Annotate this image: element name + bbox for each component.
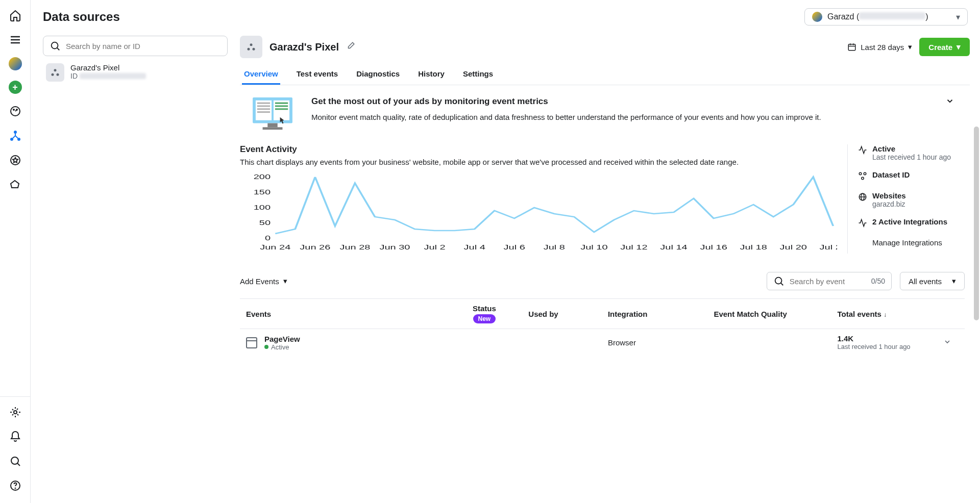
connections-icon[interactable] (8, 129, 22, 143)
svg-text:Jul 22: Jul 22 (820, 243, 837, 251)
search-icon (773, 275, 785, 287)
monitor-illustration-icon (250, 96, 295, 133)
event-search-input[interactable] (790, 277, 866, 286)
source-list-item[interactable]: Garazd's Pixel ID (43, 56, 228, 89)
tag-icon[interactable] (8, 178, 22, 192)
col-total[interactable]: Total events↓ (838, 310, 943, 318)
chevron-down-icon[interactable] (945, 96, 954, 108)
col-status: Status New (440, 304, 528, 323)
star-icon[interactable] (8, 153, 22, 167)
menu-icon[interactable] (8, 33, 22, 47)
chevron-down-icon[interactable] (943, 338, 959, 347)
svg-text:Jun 28: Jun 28 (339, 243, 370, 251)
svg-rect-33 (257, 111, 270, 113)
svg-point-4 (13, 109, 14, 110)
activity-desc: This chart displays any events from your… (240, 157, 837, 167)
col-integration: Integration (608, 310, 714, 318)
svg-point-22 (253, 48, 255, 51)
source-detail: Garazd's Pixel Last 28 days ▾ Create ▾ (240, 30, 980, 503)
browser-icon (246, 337, 257, 348)
svg-rect-34 (275, 103, 288, 104)
brand-logo-icon[interactable] (9, 57, 22, 70)
events-table: Events Status New Used by Integration Ev… (240, 298, 965, 357)
svg-rect-38 (263, 127, 283, 130)
table-row[interactable]: PageView Active Browser 1.4K Last receiv… (240, 329, 965, 357)
svg-rect-32 (257, 108, 270, 110)
account-selector[interactable]: Garazd () ▾ (804, 8, 968, 26)
col-emq: Event Match Quality (714, 310, 837, 318)
svg-line-12 (17, 463, 20, 466)
svg-point-59 (859, 172, 862, 175)
tab-settings[interactable]: Settings (461, 64, 495, 85)
help-icon[interactable] (8, 479, 22, 493)
svg-point-7 (11, 138, 13, 140)
svg-point-14 (15, 488, 15, 489)
pixel-icon (46, 63, 64, 82)
svg-line-66 (780, 283, 783, 286)
sources-search[interactable] (43, 36, 228, 56)
bell-icon[interactable] (8, 430, 22, 444)
svg-point-60 (864, 172, 866, 175)
svg-text:Jul 4: Jul 4 (464, 243, 485, 251)
svg-point-8 (18, 138, 20, 140)
svg-rect-35 (275, 106, 288, 107)
meta-dataset-label: Dataset ID (872, 170, 910, 179)
search-icon[interactable] (8, 454, 22, 468)
events-filter-dropdown[interactable]: All events ▾ (900, 272, 965, 290)
add-events-dropdown[interactable]: Add Events ▾ (240, 276, 287, 286)
event-search-count: 0/50 (871, 277, 885, 285)
event-status: Active (264, 343, 300, 351)
meta-website-value: garazd.biz (872, 200, 906, 208)
svg-text:Jul 2: Jul 2 (424, 243, 445, 251)
tab-history[interactable]: History (416, 64, 447, 85)
calendar-icon (847, 42, 856, 52)
pixel-icon (240, 36, 262, 58)
scrollbar[interactable] (974, 127, 979, 320)
status-dot-icon (264, 345, 268, 349)
manage-integrations-link[interactable]: Manage Integrations (858, 238, 965, 247)
svg-text:Jul 14: Jul 14 (660, 243, 687, 251)
svg-text:Jun 30: Jun 30 (379, 243, 410, 251)
svg-rect-23 (848, 44, 855, 51)
sources-list-panel: Garazd's Pixel ID (31, 30, 240, 503)
svg-point-65 (775, 278, 781, 284)
chevron-down-icon: ▾ (908, 42, 912, 52)
event-activity-chart: 050100150200Jun 24Jun 26Jun 28Jun 30Jul … (240, 174, 837, 254)
event-total: 1.4K (838, 334, 943, 343)
svg-rect-31 (257, 106, 270, 107)
event-search[interactable]: 0/50 (767, 272, 892, 290)
gauge-icon[interactable] (8, 104, 22, 118)
svg-text:Jul 18: Jul 18 (740, 243, 767, 251)
svg-point-21 (248, 48, 250, 51)
add-icon[interactable]: + (9, 81, 22, 94)
tab-overview[interactable]: Overview (242, 64, 280, 85)
svg-text:Jun 26: Jun 26 (300, 243, 330, 251)
account-logo-icon (812, 12, 822, 22)
edit-icon[interactable] (346, 41, 355, 53)
source-id: ID (70, 72, 146, 80)
meta-active-label: Active (872, 144, 951, 153)
chevron-down-icon: ▾ (957, 42, 961, 52)
tab-diagnostics[interactable]: Diagnostics (354, 64, 402, 85)
create-button[interactable]: Create ▾ (919, 38, 970, 56)
event-total-sub: Last received 1 hour ago (838, 343, 943, 351)
svg-rect-37 (267, 123, 277, 128)
date-range-selector[interactable]: Last 28 days ▾ (847, 42, 912, 52)
gear-icon[interactable] (8, 405, 22, 419)
svg-rect-36 (275, 108, 288, 110)
banner-title: Get the most out of your ads by monitori… (311, 96, 821, 107)
svg-point-19 (57, 73, 59, 76)
svg-text:Jul 8: Jul 8 (544, 243, 565, 251)
left-nav-rail: + (0, 0, 31, 503)
account-name: Garazd () (827, 12, 928, 21)
sources-search-input[interactable] (66, 42, 221, 51)
col-events: Events (246, 310, 440, 318)
source-title: Garazd's Pixel (270, 41, 339, 53)
source-meta-panel: Active Last received 1 hour ago Dataset … (847, 144, 965, 254)
detail-tabs: Overview Test events Diagnostics History… (240, 64, 970, 85)
svg-text:50: 50 (259, 219, 271, 227)
svg-text:Jun 24: Jun 24 (260, 243, 290, 251)
home-icon[interactable] (8, 8, 22, 22)
tab-test-events[interactable]: Test events (295, 64, 340, 85)
activity-icon (858, 218, 867, 229)
